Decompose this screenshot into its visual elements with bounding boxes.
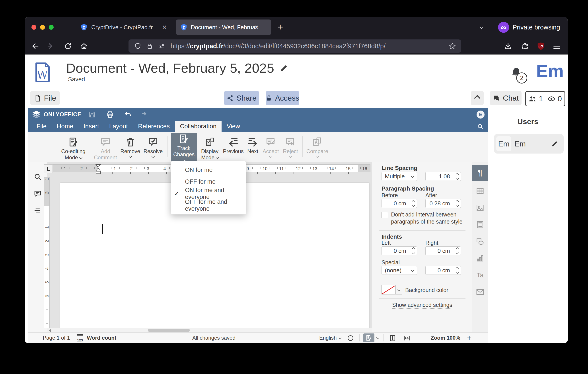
new-tab-button[interactable]: + — [277, 21, 283, 32]
collapse-toolbar-button[interactable] — [471, 91, 484, 105]
comments-panel-button[interactable] — [33, 189, 42, 198]
editor-search-icon[interactable] — [476, 122, 484, 131]
reject-button[interactable]: Reject — [281, 133, 300, 161]
downloads-button[interactable] — [503, 41, 513, 52]
bookmark-star-icon[interactable] — [449, 42, 456, 50]
tab-layout[interactable]: Layout — [104, 121, 133, 132]
user-list-item[interactable]: Em Em — [494, 134, 564, 154]
tab-insert[interactable]: Insert — [78, 121, 104, 132]
https-lock-icon[interactable] — [146, 42, 153, 50]
track-changes-button[interactable]: Track Changes — [171, 133, 197, 161]
tracking-protection-shield-icon[interactable] — [134, 42, 141, 50]
spacing-before-stepper[interactable]: 0 cm — [381, 199, 417, 208]
find-search-button[interactable] — [33, 172, 42, 181]
collaborator-avatar[interactable]: E — [477, 111, 484, 119]
compare-button[interactable]: Compare — [307, 133, 328, 161]
file-menu-button[interactable]: File — [30, 91, 60, 105]
tab-document-active[interactable]: Document - Wed, February 5, 2025 ✕ — [176, 20, 271, 35]
menu-item-off-for-everyone[interactable]: OFF for me and everyone — [171, 199, 246, 211]
ublock-origin-button[interactable]: uO — [536, 41, 546, 52]
share-button[interactable]: Share — [224, 91, 259, 105]
indent-right-stepper[interactable]: 0 cm — [425, 246, 461, 255]
presence-counter[interactable]: 1 0 — [525, 91, 565, 106]
tab-references[interactable]: References — [133, 121, 175, 132]
home-button[interactable] — [79, 41, 89, 52]
display-mode-button[interactable]: Display Mode — [198, 133, 221, 161]
window-close-button[interactable] — [32, 25, 36, 30]
forward-button[interactable] — [46, 41, 57, 52]
track-changes-status-toggle[interactable] — [363, 333, 374, 342]
header-footer-settings-tab[interactable] — [476, 220, 484, 229]
word-count-label[interactable]: Word count — [87, 335, 116, 341]
menu-item-off-for-me[interactable]: OFF for me — [171, 176, 246, 188]
tab-overflow-chevron-icon[interactable] — [479, 25, 483, 29]
url-bar[interactable]: https://cryptpad.fr/doc/#/3/doc/edit/ff0… — [128, 40, 461, 53]
track-changes-status-chevron[interactable] — [376, 336, 379, 339]
tab-home[interactable]: Home — [52, 121, 78, 132]
undo-button[interactable] — [123, 110, 132, 119]
permissions-icon[interactable] — [158, 42, 165, 50]
scroll-left-arrow-icon[interactable] — [49, 329, 51, 332]
resolve-button[interactable]: Resolve — [143, 133, 163, 161]
mail-merge-tab[interactable] — [476, 288, 484, 296]
rename-pencil-icon[interactable] — [279, 64, 288, 73]
save-button[interactable] — [88, 110, 97, 119]
account-avatar[interactable]: Em — [536, 61, 564, 81]
extensions-puzzle-button[interactable] — [519, 41, 530, 52]
fit-page-button[interactable] — [388, 334, 397, 342]
previous-change-button[interactable]: Previous — [223, 133, 244, 161]
print-button[interactable] — [106, 110, 115, 119]
tab-close-icon[interactable]: ✕ — [254, 24, 259, 31]
coediting-mode-button[interactable]: Co-editing Mode — [61, 133, 86, 161]
window-zoom-button[interactable] — [49, 25, 54, 30]
chart-settings-tab[interactable] — [476, 254, 484, 263]
next-change-button[interactable]: Next — [245, 133, 260, 161]
navigation-panel-button[interactable] — [33, 206, 42, 215]
h-scroll-thumb[interactable] — [148, 329, 190, 332]
edit-name-pencil-icon[interactable] — [551, 140, 558, 147]
menu-item-on-for-me[interactable]: ON for me — [171, 164, 246, 176]
menu-item-on-for-everyone[interactable]: ✓ON for me and everyone — [171, 188, 246, 199]
textart-settings-tab[interactable]: Ta — [476, 271, 484, 280]
paragraph-settings-tab[interactable]: ¶ — [472, 165, 488, 181]
tab-close-icon[interactable]: ✕ — [162, 24, 167, 31]
fit-width-button[interactable] — [403, 334, 411, 342]
spacing-after-stepper[interactable]: 0.28 cm — [425, 199, 461, 208]
background-color-swatch[interactable] — [381, 285, 396, 294]
zoom-out-button[interactable]: − — [419, 334, 423, 342]
special-select[interactable]: (none) — [381, 266, 417, 275]
shape-settings-tab[interactable] — [476, 237, 484, 246]
image-settings-tab[interactable] — [476, 203, 484, 212]
line-spacing-stepper[interactable]: 1.08 — [425, 172, 461, 181]
chat-button[interactable]: Chat — [490, 91, 522, 105]
access-button[interactable]: Access — [266, 91, 299, 105]
special-stepper[interactable]: 0 cm — [425, 266, 461, 275]
no-interval-checkbox[interactable] — [381, 212, 388, 218]
indent-left-stepper[interactable]: 0 cm — [381, 246, 417, 255]
line-spacing-select[interactable]: Multiple — [381, 172, 417, 181]
spellcheck-globe-icon[interactable] — [346, 334, 355, 342]
tab-cryptdrive[interactable]: CryptDrive - CryptPad.fr ✕ — [80, 20, 173, 35]
tab-collaboration[interactable]: Collaboration — [175, 121, 221, 132]
reload-button[interactable] — [63, 41, 73, 52]
tab-stop-selector[interactable]: L — [44, 164, 53, 173]
advanced-settings-link[interactable]: Show advanced settings — [372, 302, 472, 308]
tab-file[interactable]: File — [32, 121, 52, 132]
word-count-icon[interactable]: 123 — [77, 333, 85, 343]
remove-button[interactable]: Remove — [120, 133, 140, 161]
back-button[interactable] — [30, 41, 41, 52]
app-menu-hamburger-button[interactable] — [551, 41, 562, 52]
accept-button[interactable]: Accept — [262, 133, 280, 161]
document-title[interactable]: Document - Wed, February 5, 2025 — [66, 61, 274, 76]
v-ruler[interactable]: 21123456 — [44, 177, 50, 329]
add-comment-button[interactable]: Add Comment — [93, 133, 118, 161]
redo-button[interactable] — [141, 110, 150, 119]
language-selector[interactable]: English — [319, 335, 341, 341]
notifications-bell[interactable]: 2 — [510, 67, 522, 79]
table-settings-tab[interactable] — [476, 187, 484, 195]
background-color-dropdown[interactable] — [396, 285, 402, 294]
tab-view[interactable]: View — [221, 121, 245, 132]
indent-marker[interactable] — [95, 164, 101, 174]
window-minimize-button[interactable] — [40, 25, 45, 30]
zoom-in-button[interactable]: + — [467, 333, 472, 342]
